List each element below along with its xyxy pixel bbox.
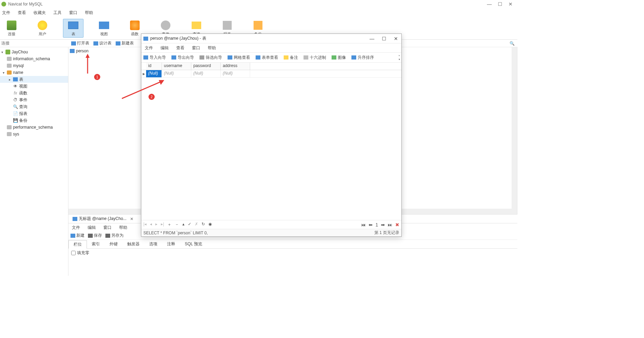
menu-window[interactable]: 窗口 xyxy=(69,10,77,16)
nav-cancel[interactable]: ✗ xyxy=(195,222,198,228)
btool-new[interactable]: 新建 xyxy=(70,233,85,238)
col-password[interactable]: password xyxy=(191,63,221,70)
tree-tables[interactable]: ▸表 xyxy=(0,76,68,83)
col-id[interactable]: id xyxy=(146,63,162,70)
btool-saveas[interactable]: 另存为 xyxy=(105,233,124,238)
bottom-tab[interactable]: 无标题 @name (JayCho... ✕ xyxy=(70,214,136,223)
page-first[interactable]: ⏮ xyxy=(361,222,366,228)
tree-db-sys[interactable]: sys xyxy=(0,131,68,138)
tb-view[interactable]: 视图 xyxy=(94,20,114,37)
tree-backup[interactable]: 💾备份 xyxy=(0,117,68,124)
dtab-indexes[interactable]: 索引 xyxy=(87,240,105,248)
bmenu-window[interactable]: 窗口 xyxy=(103,225,112,231)
zerofill-input[interactable] xyxy=(71,251,76,255)
page-next[interactable]: ➡ xyxy=(381,222,385,228)
tree-views[interactable]: 👁视图 xyxy=(0,83,68,90)
col-username[interactable]: username xyxy=(162,63,191,70)
page-settings-icon[interactable]: ✖ xyxy=(395,222,399,228)
expand-arrow-icon[interactable]: ▸ xyxy=(9,78,13,81)
col-address[interactable]: address xyxy=(221,63,250,70)
menu-tools[interactable]: 工具 xyxy=(53,10,62,16)
nav-delete[interactable]: － xyxy=(175,222,179,228)
page-prev[interactable]: ⬅ xyxy=(369,222,373,228)
tree-db-info[interactable]: information_schema xyxy=(0,55,68,62)
swtool-form[interactable]: 表单查看 xyxy=(256,55,278,61)
nav-post[interactable]: ✓ xyxy=(188,222,191,228)
dtab-sql[interactable]: SQL 预览 xyxy=(180,240,207,248)
maximize-button[interactable]: ☐ xyxy=(498,1,502,7)
dtab-options[interactable]: 选项 xyxy=(144,240,162,248)
swtool-hex[interactable]: 十六进制 xyxy=(304,55,326,61)
expand-arrow-icon[interactable]: ▾ xyxy=(3,71,7,75)
page-last[interactable]: ⏭ xyxy=(388,222,392,228)
swtool-sort[interactable]: 升序排序 xyxy=(351,55,374,61)
menu-file[interactable]: 文件 xyxy=(2,10,10,16)
search-icon[interactable]: 🔍 xyxy=(510,41,517,46)
tab-close-button[interactable]: ✕ xyxy=(130,217,133,221)
nav-add[interactable]: ＋ xyxy=(167,222,171,228)
annotation-arrow-2 xyxy=(122,79,166,99)
bmenu-edit[interactable]: 编辑 xyxy=(88,225,96,231)
zerofill-checkbox[interactable]: 填充零 xyxy=(71,250,515,256)
nav-stop[interactable]: ◉ xyxy=(208,222,212,228)
menu-favorites[interactable]: 收藏夹 xyxy=(34,10,46,16)
grid-row[interactable]: ▶ (Null) (Null) (Null) (Null) xyxy=(141,70,401,78)
tree-db-name[interactable]: ▾name xyxy=(0,69,68,76)
tree-queries[interactable]: 🔍查询 xyxy=(0,103,68,110)
svg-line-2 xyxy=(122,81,162,99)
swtool-image[interactable]: 图像 xyxy=(332,55,346,61)
toolbar-overflow[interactable]: »▾ xyxy=(399,53,400,62)
tree-functions[interactable]: fx函数 xyxy=(0,90,68,96)
nav-up[interactable]: ▴ xyxy=(182,222,184,228)
bmenu-file[interactable]: 文件 xyxy=(72,225,80,231)
tb-connection[interactable]: 连接 xyxy=(1,20,22,37)
swmenu-window[interactable]: 窗口 xyxy=(192,45,200,51)
subwin-minimize[interactable]: — xyxy=(370,36,374,41)
nav-first[interactable]: |◂ xyxy=(143,222,146,228)
object-item-label: person xyxy=(76,49,89,53)
nav-refresh[interactable]: ↻ xyxy=(202,222,205,228)
minimize-button[interactable]: — xyxy=(487,1,492,7)
dtab-fk[interactable]: 外键 xyxy=(105,240,123,248)
swtool-grid[interactable]: 网格查看 xyxy=(228,55,250,61)
swtool-export[interactable]: 导出向导 xyxy=(171,55,194,61)
design-table-button[interactable]: 设计表 xyxy=(93,40,112,46)
nav-next[interactable]: ▸ xyxy=(155,222,157,228)
nav-last[interactable]: ▸| xyxy=(161,222,164,228)
subwin-close[interactable]: ✕ xyxy=(394,36,398,41)
nav-prev[interactable]: ◂ xyxy=(150,222,152,228)
subwin-titlebar[interactable]: person @name (JayChou) - 表 — ☐ ✕ xyxy=(141,34,401,43)
new-table-button[interactable]: 新建表 xyxy=(116,40,134,46)
swmenu-view[interactable]: 查看 xyxy=(176,45,184,51)
menu-view[interactable]: 查看 xyxy=(18,10,26,16)
cell-id[interactable]: (Null) xyxy=(146,70,162,77)
tree-events[interactable]: ⏱事件 xyxy=(0,96,68,103)
cell-username[interactable]: (Null) xyxy=(162,70,191,77)
swtool-memo[interactable]: 备注 xyxy=(284,55,298,61)
swmenu-file[interactable]: 文件 xyxy=(145,45,153,51)
tb-user[interactable]: 用户 xyxy=(32,20,53,37)
swmenu-help[interactable]: 帮助 xyxy=(208,45,216,51)
menu-help[interactable]: 帮助 xyxy=(85,10,93,16)
subwin-maximize[interactable]: ☐ xyxy=(382,36,386,41)
tree-db-perf[interactable]: performance_schema xyxy=(0,124,68,131)
swtool-import[interactable]: 导入向导 xyxy=(143,55,166,61)
dtab-fields[interactable]: 栏位 xyxy=(68,240,87,249)
swmenu-edit[interactable]: 编辑 xyxy=(160,45,169,51)
scrollbar-vertical[interactable] xyxy=(512,47,517,214)
tree-db-mysql[interactable]: mysql xyxy=(0,62,68,69)
grid-header: id username password address xyxy=(141,63,401,70)
dtab-comments[interactable]: 注释 xyxy=(162,240,180,248)
expand-arrow-icon[interactable]: ▾ xyxy=(1,50,5,54)
tree-conn[interactable]: ▾ JayChou xyxy=(0,49,68,55)
dtab-triggers[interactable]: 触发器 xyxy=(123,240,144,248)
cell-address[interactable]: (Null) xyxy=(221,70,250,77)
close-button[interactable]: ✕ xyxy=(508,1,513,7)
open-table-button[interactable]: 打开表 xyxy=(71,40,89,46)
btool-save[interactable]: 保存 xyxy=(88,233,102,238)
swtool-filter[interactable]: 筛选向导 xyxy=(199,55,222,61)
cell-password[interactable]: (Null) xyxy=(191,70,221,77)
tb-table[interactable]: 表 xyxy=(63,19,83,38)
bmenu-help[interactable]: 帮助 xyxy=(119,225,127,231)
tree-reports[interactable]: 📄报表 xyxy=(0,110,68,117)
